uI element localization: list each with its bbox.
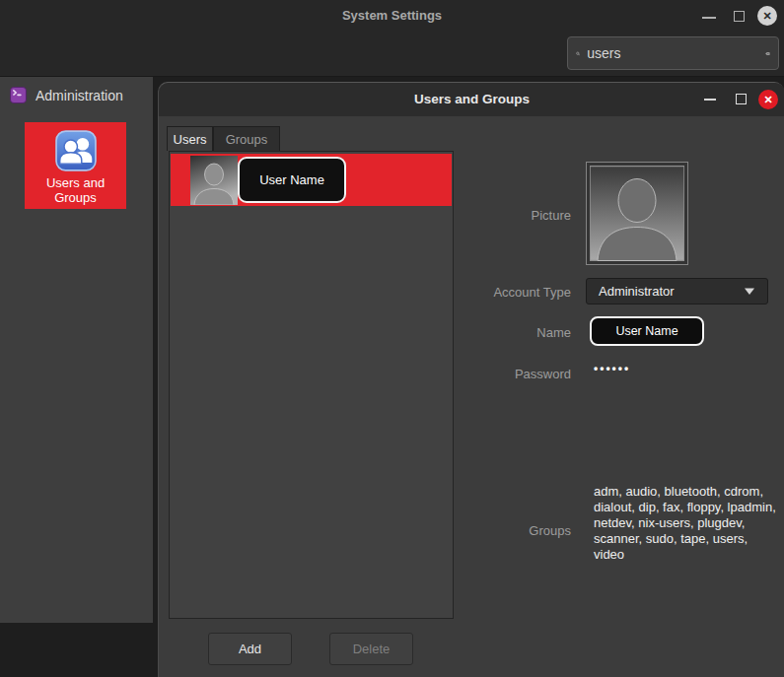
password-masked-value[interactable]: •••••• — [594, 362, 630, 375]
sidebar-item-users-and-groups[interactable]: Users and Groups — [25, 122, 126, 209]
users-and-groups-dialog: Users and Groups ✕ Users Groups User Nam… — [158, 82, 784, 677]
dialog-titlebar: Users and Groups ✕ — [159, 83, 784, 116]
close-icon[interactable]: ✕ — [757, 6, 777, 26]
name-edit-button[interactable]: User Name — [590, 316, 704, 346]
user-picture-button[interactable] — [586, 162, 688, 265]
chevron-down-icon — [744, 287, 755, 296]
tab-groups[interactable]: Groups — [213, 126, 280, 151]
clear-search-icon[interactable] — [765, 46, 770, 61]
password-label: Password — [455, 367, 571, 381]
user-list-row-selected[interactable]: User Name — [171, 154, 452, 206]
name-label: Name — [455, 325, 571, 340]
search-icon — [576, 45, 580, 62]
section-administration-label: Administration — [36, 88, 123, 103]
settings-sidebar: Administration Users and Groups — [0, 77, 153, 623]
tab-users[interactable]: Users — [167, 126, 213, 151]
account-type-dropdown[interactable]: Administrator — [586, 278, 768, 305]
groups-membership-value: adm, audio, bluetooth, cdrom, dialout, d… — [594, 484, 777, 563]
search-input[interactable] — [587, 45, 765, 61]
sidebar-item-label: Users and Groups — [31, 175, 121, 205]
dialog-maximize-icon[interactable] — [736, 94, 747, 104]
system-settings-titlebar: System Settings ✕ — [0, 0, 784, 77]
maximize-icon[interactable] — [734, 11, 745, 22]
account-type-value: Administrator — [599, 284, 744, 299]
search-bar — [567, 36, 779, 70]
user-list: User Name — [169, 151, 454, 619]
user-name-edit-pill[interactable]: User Name — [238, 157, 346, 203]
dialog-title: Users and Groups — [159, 92, 784, 106]
administration-icon — [10, 87, 27, 103]
add-button[interactable]: Add — [208, 633, 292, 665]
delete-button[interactable]: Delete — [329, 633, 413, 665]
window-title: System Settings — [0, 8, 784, 23]
users-and-groups-icon — [55, 130, 97, 171]
groups-label: Groups — [455, 523, 571, 538]
dialog-minimize-icon[interactable] — [704, 99, 716, 101]
minimize-icon[interactable] — [702, 17, 716, 19]
picture-label: Picture — [455, 208, 571, 223]
account-type-label: Account Type — [455, 285, 571, 300]
dialog-close-icon[interactable]: ✕ — [758, 90, 778, 109]
user-picture-silhouette — [590, 166, 684, 261]
user-avatar-thumbnail — [190, 156, 238, 205]
